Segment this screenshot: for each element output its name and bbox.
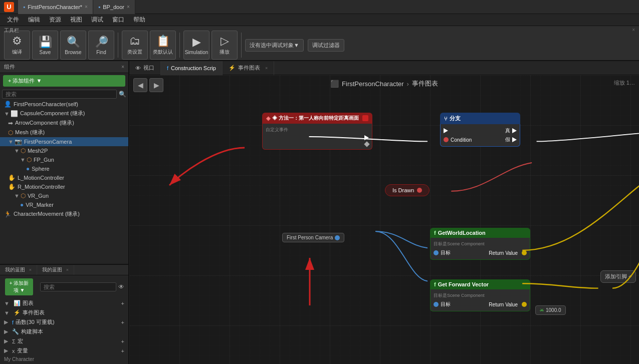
get-forward-vector-node[interactable]: f Get Forward Vector 目标是Scene Component …	[430, 279, 530, 311]
tree-item-mesh[interactable]: ⬡ Mesh (继承)	[0, 128, 128, 137]
add-new-button[interactable]: + 添加新项 ▼	[5, 278, 33, 295]
add-component-button[interactable]: + 添加组件 ▼	[3, 75, 125, 87]
tab-first-person-character[interactable]: ▪ FirstPersonCharacter* ×	[18, 0, 93, 14]
record-button	[362, 115, 368, 121]
section-graphs[interactable]: ▼ 📊 图表 +	[0, 298, 128, 308]
section-build-script[interactable]: ▶ 🔧 构建脚本	[0, 327, 128, 336]
variables-arrow: ▶	[4, 347, 8, 354]
breadcrumb-separator: ›	[407, 80, 409, 88]
tree-item-mesh2p[interactable]: ▼ ⬡ Mesh2P	[0, 146, 128, 155]
vrgun-expand-arrow: ▼	[14, 193, 20, 199]
tree-item-first-person-camera[interactable]: ▼ 📷 FirstPersonCamera	[0, 137, 128, 146]
method-node[interactable]: ◈ ◈ 方法一：第一人称向前特定距离画面 自定义事件	[262, 113, 372, 150]
bottom-left-panel: 我的蓝图 × 我的蓝图 × + 添加新项 ▼ 👁 ▼ 📊 图表 +	[0, 264, 128, 364]
connections-svg	[129, 75, 639, 364]
variables-plus[interactable]: +	[121, 348, 124, 354]
simulation-button[interactable]: ▶ Simulation	[183, 31, 209, 60]
camera-ref-node[interactable]: First Person Camera	[282, 233, 344, 242]
event-graph-arrow: ▼	[4, 310, 10, 316]
tab-bp-icon2: ▪	[98, 4, 100, 11]
menu-edit[interactable]: 编辑	[24, 15, 44, 25]
debug-filter-dropdown[interactable]: 调试过滤器	[308, 39, 344, 52]
title-bar: U ▪ FirstPersonCharacter* × ▪ BP_door ×	[0, 0, 639, 14]
vr-marker-icon: ●	[20, 201, 24, 208]
get-world-location-node[interactable]: f GetWorldLocation 目标是Scene Component 目标…	[430, 228, 530, 260]
class-settings-button[interactable]: 🗂 类设置	[122, 31, 148, 60]
back-button[interactable]: ◀	[133, 78, 147, 92]
menu-window[interactable]: 窗口	[108, 15, 128, 25]
my-blueprint-tab2[interactable]: 我的蓝图 ×	[37, 265, 74, 275]
gfv-return-pin	[522, 302, 527, 307]
canvas-tab-event-graph[interactable]: ⚡ 事件图表 ×	[223, 61, 274, 75]
get-forward-vector-icon: f	[434, 281, 436, 287]
branch-node[interactable]: ⑂ 分支 真 Condition 假	[440, 113, 520, 147]
section-event-graph[interactable]: ▼ ⚡ 事件图表	[0, 308, 128, 317]
save-button[interactable]: 💾 Save	[32, 31, 58, 60]
value-1000-node[interactable]: ✕ 1000.0	[535, 305, 566, 315]
event-graph-tab-close[interactable]: ×	[265, 66, 268, 71]
add-pin-node[interactable]: 添加引脚 +	[600, 270, 636, 283]
bottom-search-input[interactable]	[40, 282, 116, 291]
functions-plus[interactable]: +	[121, 319, 124, 325]
toolbar-label: 工具栏	[4, 27, 19, 34]
branch-false-out	[512, 137, 517, 142]
toolbar-close[interactable]: ×	[632, 27, 635, 33]
graphs-plus[interactable]: +	[121, 300, 124, 306]
section-functions[interactable]: ▶ f 函数(30 可重载) +	[0, 317, 128, 327]
bottom-tab-row: 我的蓝图 × 我的蓝图 ×	[0, 265, 128, 275]
my-blueprint-tab1[interactable]: 我的蓝图 ×	[0, 265, 37, 275]
menu-file[interactable]: 文件	[3, 15, 23, 25]
compile-icon: ⚙	[12, 35, 22, 48]
tree-item-capsule[interactable]: ▼ ⬜ CapsuleComponent (继承)	[0, 109, 128, 118]
class-defaults-button[interactable]: 📋 类默认认	[150, 31, 176, 60]
find-button[interactable]: 🔎 Find	[88, 31, 114, 60]
expand-arrow: ▼	[4, 111, 10, 117]
tab-bp-icon: ▪	[23, 4, 25, 11]
breadcrumb: ⬛ FirstPersonCharacter › 事件图表	[330, 79, 438, 88]
components-search-input[interactable]	[2, 90, 117, 99]
arrows-svg	[129, 75, 639, 364]
components-close[interactable]: ×	[121, 64, 124, 70]
blueprint-canvas[interactable]: ◈ ◈ 方法一：第一人称向前特定距离画面 自定义事件	[129, 75, 639, 364]
toolbar-separator2	[179, 33, 180, 58]
tree-item-vr-marker[interactable]: ● VR_Marker	[0, 200, 128, 209]
tree-item-vr-gun[interactable]: ▼ ⬡ VR_Gun	[0, 191, 128, 200]
tab-close-btn2[interactable]: ×	[127, 4, 130, 10]
viewport-icon: 👁	[135, 65, 141, 71]
canvas-tab-viewport[interactable]: 👁 视口	[129, 61, 161, 75]
menu-view[interactable]: 视图	[66, 15, 86, 25]
browse-button[interactable]: 🔍 Browse	[60, 31, 86, 60]
construction-icon: f	[167, 65, 168, 71]
gfv-target-pin	[434, 302, 439, 307]
tree-item-character-movement[interactable]: 🏃 CharacterMovement (继承)	[0, 209, 128, 219]
forward-button[interactable]: ▶	[149, 78, 163, 92]
camera-ref-pin	[335, 235, 340, 240]
section-macros[interactable]: ▶ Σ 宏 +	[0, 336, 128, 346]
visibility-toggle[interactable]: 👁	[118, 283, 124, 290]
small-tab-close1[interactable]: ×	[29, 267, 32, 272]
menu-resource[interactable]: 资源	[45, 15, 65, 25]
tree-item-r-motion[interactable]: ✋ R_MotionController	[0, 182, 128, 191]
tree-item-self[interactable]: 👤 FirstPersonCharacter(self)	[0, 100, 128, 109]
menu-debug[interactable]: 调试	[87, 15, 107, 25]
fp-gun-icon: ⬡	[27, 156, 32, 163]
tab-bp-door[interactable]: ▪ BP_door ×	[93, 0, 135, 14]
components-header: 组件 ×	[0, 61, 128, 73]
r-motion-icon: ✋	[8, 183, 16, 190]
canvas-tab-construction[interactable]: f Construction Scrip	[161, 61, 223, 75]
tree-item-arrow[interactable]: ➡ ArrowComponent (继承)	[0, 118, 128, 128]
section-variables[interactable]: ▶ x 变量 +	[0, 346, 128, 355]
macros-plus[interactable]: +	[121, 338, 124, 344]
branch-exec-in	[444, 128, 448, 133]
compile-button[interactable]: ⚙ 编译	[4, 31, 30, 60]
tree-item-l-motion[interactable]: ✋ L_MotionController	[0, 173, 128, 182]
tree-item-sphere[interactable]: ● Sphere	[0, 164, 128, 173]
small-tab-close2[interactable]: ×	[66, 267, 69, 272]
debug-object-dropdown[interactable]: 没有选中调试对象▼	[245, 39, 304, 52]
tree-item-fp-gun[interactable]: ▼ ⬡ FP_Gun	[0, 155, 128, 164]
is-drawn-node[interactable]: Is Drawn	[385, 184, 430, 196]
tab-close-btn[interactable]: ×	[85, 4, 88, 10]
menu-help[interactable]: 帮助	[129, 15, 149, 25]
play-button[interactable]: ▷ 播放	[211, 31, 238, 60]
zoom-label: 缩放 1…	[614, 79, 635, 87]
